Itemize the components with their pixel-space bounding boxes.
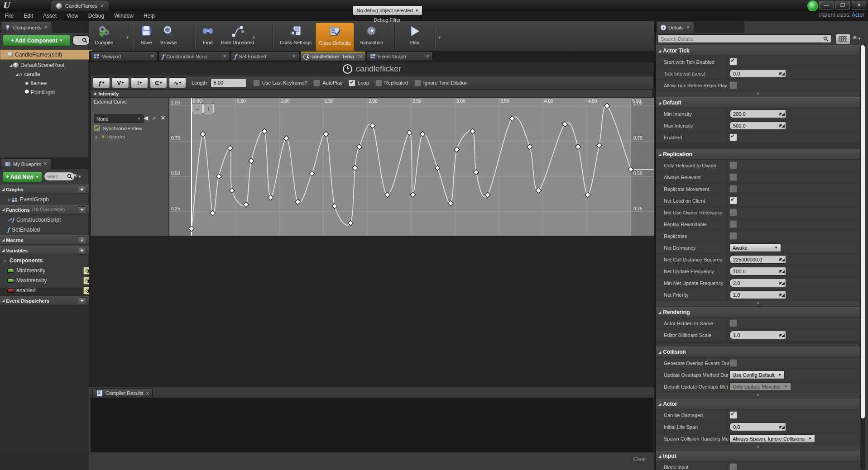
simulation-button[interactable]: Simulation: [357, 23, 386, 51]
expand-arrows-icon[interactable]: ◤◢: [779, 333, 784, 337]
initial-life-span-input[interactable]: 0.0◤◢: [729, 423, 786, 431]
autoplay-checkbox[interactable]: [313, 80, 320, 86]
menu-view[interactable]: View: [62, 13, 83, 19]
blueprint-item-minintensity[interactable]: MinIntensity: [0, 266, 96, 275]
replicate-movement-checkbox[interactable]: [729, 185, 737, 193]
pan-vertical-button[interactable]: ↕: [203, 104, 214, 114]
advanced-expander[interactable]: ▼: [656, 91, 860, 97]
enabled-checkbox[interactable]: [729, 133, 737, 141]
display-filter-button[interactable]: [836, 34, 850, 44]
reorder-up-icon[interactable]: ▲: [94, 134, 99, 139]
close-icon[interactable]: ✕: [359, 54, 363, 60]
expander-icon[interactable]: ◢: [9, 63, 13, 67]
scrollbar-thumb[interactable]: [861, 45, 865, 418]
tree-item-defaultsceneroot[interactable]: ◢DefaultSceneRoot: [0, 61, 97, 70]
window-document-tab[interactable]: CandleFlames ✕: [51, 0, 109, 11]
compile-button[interactable]: Compile: [92, 23, 115, 51]
use-last-keyframe--checkbox[interactable]: [253, 80, 260, 86]
add-curve-track-button[interactable]: ∿+: [169, 77, 186, 88]
blueprint-item-eventgraph[interactable]: ▷EventGraph: [0, 195, 96, 204]
generate-overlap-events-dur-checkbox[interactable]: [729, 359, 737, 367]
min-intensity-input[interactable]: 200.0◤◢: [729, 109, 786, 118]
length-input[interactable]: 5.00: [211, 79, 247, 87]
add-event-dispatchers-button[interactable]: +: [78, 297, 86, 305]
clear-icon[interactable]: ✕: [159, 114, 167, 122]
start-with-tick-enabled-checkbox[interactable]: [729, 58, 737, 66]
section-header-graphs[interactable]: ◢Graphs: [0, 185, 89, 194]
tab-event-graph[interactable]: Event Graph✕: [367, 52, 433, 61]
expand-arrows-icon[interactable]: ◤◢: [779, 293, 784, 297]
net-update-frequency-input[interactable]: 100.0◤◢: [729, 267, 786, 275]
only-relevant-to-owner-checkbox[interactable]: [729, 161, 737, 169]
section-header-functions[interactable]: ◢Functions(18 Overridable): [0, 205, 89, 214]
menu-asset[interactable]: Asset: [38, 13, 62, 19]
menu-edit[interactable]: Edit: [19, 13, 38, 19]
details-section-rendering[interactable]: ◢Rendering: [656, 307, 860, 318]
close-button[interactable]: ✕: [852, 1, 866, 9]
actor-hidden-in-game-checkbox[interactable]: [729, 319, 737, 327]
components-tab[interactable]: Components✕: [1, 22, 52, 33]
add-color-track-button[interactable]: C+: [150, 77, 167, 88]
details-tab[interactable]: i Details ✕: [657, 22, 694, 33]
add-new-button[interactable]: + Add New▼: [3, 171, 42, 182]
find-button[interactable]: Find: [197, 23, 218, 51]
add-event-track-button[interactable]: !+: [131, 77, 148, 88]
details-section-actor-tick[interactable]: ◢Actor Tick: [656, 45, 860, 56]
play-button[interactable]: Play: [404, 23, 425, 51]
details-search-input[interactable]: Search Details: [658, 34, 831, 43]
expand-arrows-icon[interactable]: ◤◢: [779, 281, 784, 285]
my-blueprint-tab[interactable]: My Blueprint✕: [1, 158, 51, 169]
section-header-event-dispatchers[interactable]: ◢Event Dispatchers: [0, 296, 89, 305]
tick-interval-secs--input[interactable]: 0.0◤◢: [729, 69, 786, 78]
expand-arrows-icon[interactable]: ◤◢: [779, 425, 784, 429]
class-settings-button[interactable]: Class Settings: [277, 23, 314, 51]
replay-rewindable-checkbox[interactable]: [729, 220, 737, 228]
close-icon[interactable]: ✕: [292, 53, 296, 59]
expander-icon[interactable]: ▷: [3, 259, 7, 263]
details-scrollbar[interactable]: [860, 45, 865, 470]
compiler-results-tab[interactable]: Compiler Results x: [92, 388, 153, 398]
add-macros-button[interactable]: +: [78, 237, 86, 244]
menu-file[interactable]: File: [0, 13, 19, 19]
dropdown-caret-icon[interactable]: ▼: [252, 35, 256, 40]
close-icon[interactable]: ✕: [100, 3, 104, 9]
parent-class-link[interactable]: Actor: [852, 12, 864, 18]
tab-candleflicker-temp[interactable]: candleflicker_Temp✕: [300, 52, 366, 61]
menu-window[interactable]: Window: [109, 13, 139, 19]
my-blueprint-search-input[interactable]: Searc: [44, 172, 75, 181]
net-use-owner-relevancy-checkbox[interactable]: [729, 209, 737, 216]
save-button[interactable]: Save: [136, 23, 157, 51]
advanced-expander[interactable]: ▼: [656, 301, 860, 307]
advanced-expander[interactable]: ▼: [656, 393, 860, 399]
close-icon[interactable]: ✕: [150, 53, 154, 59]
blueprint-item-setenabled[interactable]: ƒSetEnabled: [0, 225, 96, 234]
close-icon[interactable]: ✕: [223, 53, 227, 59]
browse-button[interactable]: Browse: [158, 23, 180, 51]
components-search-input[interactable]: [72, 35, 90, 45]
use-selected-icon[interactable]: ◀: [142, 114, 150, 122]
section-header-variables[interactable]: ◢Variables: [0, 246, 89, 255]
close-icon[interactable]: ✕: [426, 53, 430, 59]
synchronize-view-checkbox[interactable]: [94, 125, 101, 132]
visibility-eye-icon[interactable]: 👁▼: [72, 173, 82, 179]
tab-set-enabled[interactable]: ƒSet Enabled✕: [231, 52, 299, 61]
details-section-default[interactable]: ◢Default: [656, 97, 860, 108]
close-icon[interactable]: ✕: [43, 161, 47, 167]
menu-help[interactable]: Help: [139, 13, 160, 19]
minimize-button[interactable]: —: [819, 1, 834, 9]
menu-debug[interactable]: Debug: [83, 13, 109, 19]
blueprint-item-components[interactable]: ▷Components: [0, 256, 91, 265]
always-relevant-checkbox[interactable]: [729, 173, 737, 181]
tab-construction-scrip[interactable]: ƒConstruction Scrip✕: [158, 52, 230, 61]
details-section-replication[interactable]: ◢Replication: [656, 149, 860, 160]
close-icon[interactable]: x: [146, 390, 149, 396]
replicates-checkbox[interactable]: [729, 232, 737, 240]
track-header[interactable]: ◢ Intensity: [91, 90, 652, 97]
dropdown-caret-icon[interactable]: ▼: [437, 35, 441, 40]
browse-to-asset-icon[interactable]: ⌕: [150, 114, 158, 122]
max-intensity-input[interactable]: 500.0◤◢: [729, 121, 786, 130]
net-cull-distance-squared-input[interactable]: 225000000.0◤◢: [729, 255, 786, 264]
source-control-status-icon[interactable]: [807, 0, 818, 11]
blueprint-item-maxintensity[interactable]: MaxIntensity: [0, 276, 96, 285]
add-graphs-button[interactable]: +: [78, 186, 86, 194]
